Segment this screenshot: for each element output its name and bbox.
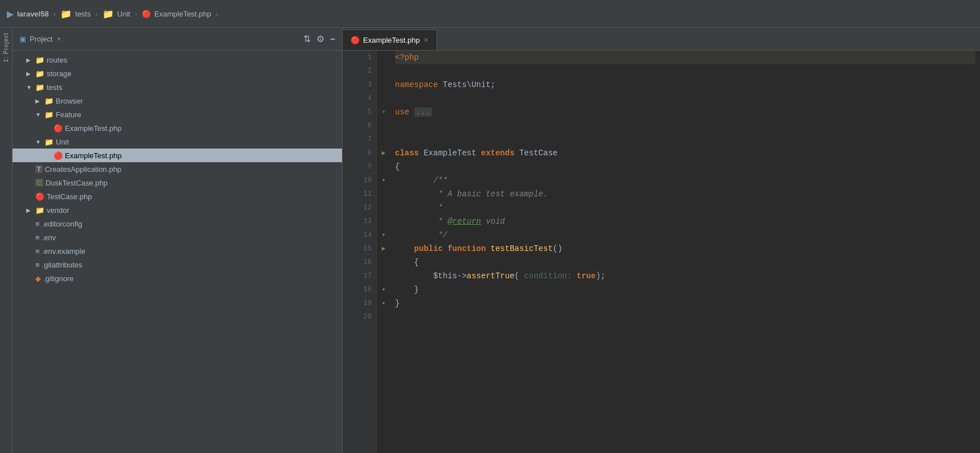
phpunit-unit-icon: 🔴 bbox=[53, 151, 63, 160]
ln-19: 19 bbox=[347, 296, 372, 310]
gutter-9 bbox=[378, 160, 389, 174]
arrow-feature: ▼ bbox=[35, 112, 42, 118]
arrow-vendor: ▶ bbox=[26, 207, 33, 213]
arrow-unit: ▼ bbox=[35, 139, 42, 145]
breadcrumb-file[interactable]: ExampleTest.php bbox=[154, 10, 211, 18]
code-line-1: <?php bbox=[395, 51, 975, 64]
arrow-tests: ▼ bbox=[26, 84, 33, 90]
sep-4: › bbox=[216, 10, 218, 18]
code-line-2 bbox=[395, 64, 975, 78]
gutter-3 bbox=[378, 78, 389, 92]
code-line-5: use ... bbox=[395, 105, 975, 119]
dusk-testcase-label: DuskTestCase.php bbox=[46, 179, 108, 187]
editorconfig-label: .editorconfig bbox=[42, 220, 83, 228]
gutter-10[interactable]: ▾ bbox=[378, 174, 389, 187]
sidebar-item-env[interactable]: ≡ .env bbox=[13, 230, 342, 244]
folder-feature-icon: 📁 bbox=[44, 110, 53, 119]
sidebar-item-feature-exampletest[interactable]: 🔴 ExampleTest.php bbox=[13, 121, 342, 135]
sidebar-item-storage[interactable]: ▶ 📁 storage bbox=[13, 67, 342, 80]
gutter-6 bbox=[378, 119, 389, 133]
left-panel-strip: 1: Project bbox=[0, 28, 13, 453]
ln-6: 6 bbox=[347, 119, 372, 133]
code-editor[interactable]: 1 2 3 4 5 6 7 8 9 10 11 12 13 14 15 16 1… bbox=[343, 51, 980, 453]
ln-8: 8 bbox=[347, 146, 372, 160]
gutter-17 bbox=[378, 269, 389, 283]
sidebar-item-env-example[interactable]: ≡ .env.example bbox=[13, 244, 342, 258]
folder-browser-icon: 📁 bbox=[44, 97, 53, 105]
arrow-browser: ▶ bbox=[35, 98, 42, 104]
align-icon[interactable]: ⇅ bbox=[303, 34, 311, 44]
gutter-18[interactable]: ▾ bbox=[378, 283, 389, 296]
phpunit-dusk-icon: C bbox=[35, 179, 43, 187]
trait-icon: T bbox=[35, 165, 43, 173]
phpunit-feature-icon: 🔴 bbox=[53, 124, 63, 133]
gutter-15[interactable]: ▶ bbox=[378, 242, 389, 256]
unit-label: Unit bbox=[56, 138, 69, 146]
gutter-2 bbox=[378, 64, 389, 78]
tab-exampletest[interactable]: 🔴 ExampleTest.php ✕ bbox=[343, 30, 437, 50]
code-line-14: */ bbox=[395, 228, 975, 242]
settings-icon[interactable]: ⚙ bbox=[316, 34, 324, 44]
sep-1: › bbox=[53, 10, 56, 18]
sidebar-item-creates-application[interactable]: T CreatesApplication.php bbox=[13, 162, 342, 176]
folder-vendor-icon: 📁 bbox=[35, 206, 44, 215]
sidebar-item-editorconfig[interactable]: ≡ .editorconfig bbox=[13, 217, 342, 230]
ln-15: 15 bbox=[347, 242, 372, 256]
ln-10: 10 bbox=[347, 174, 372, 187]
code-line-6 bbox=[395, 119, 975, 133]
gutter-20 bbox=[378, 310, 389, 324]
sidebar-item-browser[interactable]: ▶ 📁 Browser bbox=[13, 94, 342, 108]
sidebar-item-feature[interactable]: ▼ 📁 Feature bbox=[13, 108, 342, 121]
vendor-label: vendor bbox=[47, 206, 69, 215]
code-line-13: * @return void bbox=[395, 215, 975, 228]
sidebar-item-routes[interactable]: ▶ 📁 routes bbox=[13, 53, 342, 67]
breadcrumb-tests[interactable]: tests bbox=[75, 10, 90, 18]
code-line-18: } bbox=[395, 283, 975, 296]
tests-label: tests bbox=[47, 83, 62, 92]
tab-close-button[interactable]: ✕ bbox=[423, 36, 429, 44]
folder-tests-icon: 📁 bbox=[60, 9, 72, 19]
sidebar-item-gitignore[interactable]: ◆ .gitignore bbox=[13, 271, 342, 285]
sidebar-dropdown-arrow[interactable]: ▼ bbox=[56, 36, 61, 42]
ln-4: 4 bbox=[347, 92, 372, 105]
ln-17: 17 bbox=[347, 269, 372, 283]
sidebar-title: ▣ Project ▼ bbox=[19, 35, 299, 43]
storage-label: storage bbox=[47, 69, 71, 78]
sidebar-item-unit[interactable]: ▼ 📁 Unit bbox=[13, 135, 342, 149]
code-line-9: { bbox=[395, 160, 975, 174]
ln-5: 5 bbox=[347, 105, 372, 119]
ln-3: 3 bbox=[347, 78, 372, 92]
tab-label: ExampleTest.php bbox=[363, 36, 420, 44]
breadcrumb-unit[interactable]: Unit bbox=[117, 10, 130, 18]
gutter-19[interactable]: ▾ bbox=[378, 296, 389, 310]
browser-label: Browser bbox=[56, 97, 83, 105]
code-line-12: * bbox=[395, 201, 975, 215]
gutter-14[interactable]: ▾ bbox=[378, 228, 389, 242]
ln-1: 1 bbox=[347, 51, 372, 64]
arrow-routes: ▶ bbox=[26, 57, 33, 63]
main-area: 1: Project ▣ Project ▼ ⇅ ⚙ − ▶ 📁 routes bbox=[0, 28, 980, 453]
sidebar-item-tests[interactable]: ▼ 📁 tests bbox=[13, 80, 342, 94]
sidebar-item-gitattributes[interactable]: ≡ .gitattributes bbox=[13, 258, 342, 271]
sidebar-item-unit-exampletest[interactable]: 🔴 ExampleTest.php bbox=[13, 149, 342, 162]
code-line-19: } bbox=[395, 296, 975, 310]
code-content[interactable]: <?php namespace Tests\Unit; use ... clas… bbox=[390, 51, 980, 453]
ln-14: 14 bbox=[347, 228, 372, 242]
sep-2: › bbox=[95, 10, 97, 18]
sidebar-item-testcase[interactable]: 🔴 TestCase.php bbox=[13, 190, 342, 203]
sidebar-item-vendor[interactable]: ▶ 📁 vendor bbox=[13, 203, 342, 217]
sidebar-header-actions: ⇅ ⚙ − bbox=[303, 34, 335, 44]
code-line-20 bbox=[395, 310, 975, 324]
gutter-5[interactable]: + bbox=[378, 105, 389, 119]
gutter-8[interactable]: ▶ bbox=[378, 146, 389, 160]
title-bar: ▶ laravel58 › 📁 tests › 📁 Unit › 🔴 Examp… bbox=[0, 0, 980, 28]
arrow-storage: ▶ bbox=[26, 71, 33, 77]
breadcrumb-project[interactable]: laravel58 bbox=[17, 10, 49, 18]
gutter-11 bbox=[378, 187, 389, 201]
gitignore-icon: ◆ bbox=[35, 274, 41, 283]
breadcrumb-file-icon: 🔴 bbox=[142, 10, 151, 18]
minimize-icon[interactable]: − bbox=[330, 34, 335, 44]
sidebar-item-dusk-testcase[interactable]: C DuskTestCase.php bbox=[13, 176, 342, 190]
code-line-4 bbox=[395, 92, 975, 105]
config-gitattributes-icon: ≡ bbox=[35, 261, 40, 269]
